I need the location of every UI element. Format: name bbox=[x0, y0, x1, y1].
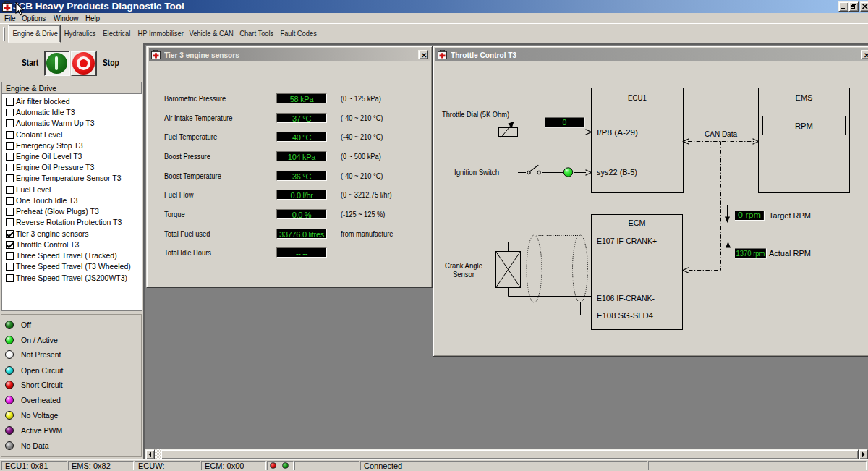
svg-text:CAN Data: CAN Data bbox=[705, 130, 737, 138]
svg-text:EMS: EMS bbox=[796, 93, 813, 102]
svg-text:E108 SG-SLD4: E108 SG-SLD4 bbox=[597, 311, 653, 320]
svg-text:Ignition Switch: Ignition Switch bbox=[454, 168, 499, 177]
svg-text:I/P8 (A-29): I/P8 (A-29) bbox=[597, 128, 638, 137]
svg-text:ECM: ECM bbox=[629, 218, 646, 227]
svg-text:0 rpm: 0 rpm bbox=[738, 211, 761, 219]
svg-text:ECU1: ECU1 bbox=[628, 93, 647, 102]
svg-text:Throttle Dial (5K Ohm): Throttle Dial (5K Ohm) bbox=[442, 110, 509, 119]
svg-text:Sensor: Sensor bbox=[453, 270, 475, 279]
svg-text:Actual RPM: Actual RPM bbox=[769, 249, 811, 258]
svg-text:E106 IF-CRANK-: E106 IF-CRANK- bbox=[597, 294, 655, 302]
svg-text:RPM: RPM bbox=[795, 122, 813, 130]
svg-text:sys22 (B-5): sys22 (B-5) bbox=[597, 168, 637, 177]
svg-text:1370 rpm: 1370 rpm bbox=[736, 249, 765, 258]
svg-text:E107 IF-CRANK+: E107 IF-CRANK+ bbox=[597, 237, 657, 245]
svg-text:Target RPM: Target RPM bbox=[769, 211, 811, 220]
svg-text:0: 0 bbox=[563, 118, 567, 127]
svg-text:Crank Angle: Crank Angle bbox=[445, 261, 482, 270]
